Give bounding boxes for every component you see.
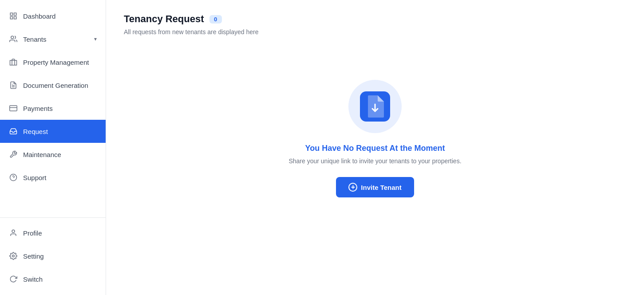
sidebar-item-profile[interactable]: Profile bbox=[0, 221, 106, 244]
main-content: Tenancy Request 0 All requests from new … bbox=[106, 0, 644, 295]
sidebar-item-setting[interactable]: Setting bbox=[0, 244, 106, 267]
wrench-icon bbox=[9, 150, 18, 159]
page-header: Tenancy Request 0 bbox=[124, 13, 626, 25]
sidebar-item-label: Support bbox=[23, 174, 47, 181]
page-subtitle: All requests from new tenants are displa… bbox=[124, 28, 626, 35]
sidebar-item-support[interactable]: Support bbox=[0, 166, 106, 189]
settings-icon bbox=[9, 252, 18, 260]
svg-rect-2 bbox=[10, 17, 12, 19]
sidebar-item-request[interactable]: Request bbox=[0, 120, 106, 143]
plus-circle-icon: + bbox=[348, 183, 357, 192]
sidebar-divider bbox=[0, 217, 106, 218]
svg-point-13 bbox=[12, 255, 15, 257]
sidebar-item-label: Maintenance bbox=[23, 151, 61, 158]
chevron-down-icon: ▾ bbox=[94, 36, 97, 42]
document-download-icon bbox=[365, 95, 385, 118]
svg-rect-3 bbox=[14, 17, 16, 19]
user-icon bbox=[9, 228, 18, 237]
svg-rect-5 bbox=[10, 60, 17, 65]
sidebar-item-label: Setting bbox=[23, 252, 44, 260]
invite-tenant-button[interactable]: + Invite Tenant bbox=[336, 177, 414, 197]
sidebar-item-tenants[interactable]: Tenants ▾ bbox=[0, 28, 106, 51]
sidebar-bottom: Profile Setting Switch bbox=[0, 221, 106, 295]
empty-state-title: You Have No Request At the Moment bbox=[305, 144, 445, 153]
sidebar-item-label: Payments bbox=[23, 105, 53, 112]
sidebar-item-label: Document Generation bbox=[23, 82, 88, 89]
sidebar-item-label: Switch bbox=[23, 275, 43, 283]
request-count-badge: 0 bbox=[209, 15, 222, 24]
svg-rect-1 bbox=[14, 13, 16, 15]
sidebar: Dashboard Tenants ▾ Property Management … bbox=[0, 0, 106, 295]
sidebar-item-dashboard[interactable]: Dashboard bbox=[0, 4, 106, 28]
refresh-cw-icon bbox=[9, 275, 18, 283]
sidebar-item-label: Property Management bbox=[23, 59, 89, 66]
sidebar-nav: Dashboard Tenants ▾ Property Management … bbox=[0, 0, 106, 214]
svg-rect-8 bbox=[10, 106, 17, 111]
empty-icon-wrapper bbox=[348, 80, 402, 133]
grid-icon bbox=[9, 12, 18, 20]
file-text-icon bbox=[9, 81, 18, 90]
empty-state: You Have No Request At the Moment Share … bbox=[124, 53, 626, 197]
sidebar-item-label: Dashboard bbox=[23, 12, 55, 20]
empty-state-description: Share your unique link to invite your te… bbox=[288, 157, 461, 165]
inbox-icon bbox=[9, 127, 18, 136]
sidebar-item-maintenance[interactable]: Maintenance bbox=[0, 143, 106, 166]
sidebar-item-property-management[interactable]: Property Management bbox=[0, 51, 106, 74]
sidebar-item-label: Tenants bbox=[23, 35, 47, 43]
sidebar-item-document-generation[interactable]: Document Generation bbox=[0, 74, 106, 97]
svg-rect-0 bbox=[10, 13, 12, 15]
svg-point-12 bbox=[12, 230, 15, 232]
sidebar-item-label: Profile bbox=[23, 229, 42, 237]
page-title: Tenancy Request bbox=[124, 13, 204, 25]
sidebar-item-label: Request bbox=[23, 128, 48, 135]
sidebar-item-payments[interactable]: Payments bbox=[0, 97, 106, 120]
empty-icon-inner bbox=[360, 91, 390, 122]
building-icon bbox=[9, 58, 18, 67]
sidebar-item-switch[interactable]: Switch bbox=[0, 267, 106, 291]
help-circle-icon bbox=[9, 173, 18, 182]
credit-card-icon bbox=[9, 104, 18, 113]
svg-point-4 bbox=[11, 36, 14, 39]
users-icon bbox=[9, 35, 18, 43]
invite-tenant-label: Invite Tenant bbox=[361, 184, 401, 191]
